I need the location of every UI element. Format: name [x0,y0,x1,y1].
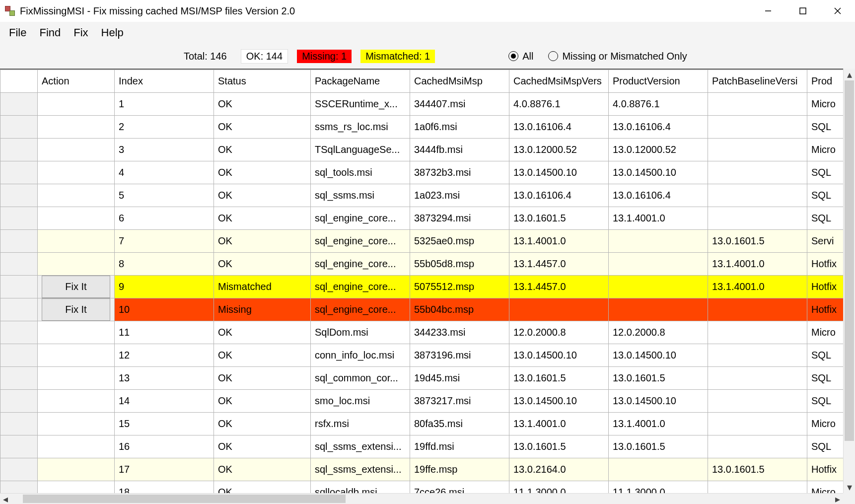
cell-product[interactable]: Hotfix [807,458,845,481]
scroll-down-icon[interactable]: ▾ [844,481,855,493]
menu-fix[interactable]: Fix [73,26,88,39]
cell-product[interactable]: Servi [807,230,845,253]
row-header[interactable] [0,253,38,276]
col-package[interactable]: PackageName [311,70,410,93]
cell-index[interactable]: 13 [115,367,214,390]
cell-index[interactable]: 18 [115,481,214,494]
scroll-track[interactable] [844,80,855,481]
cell-package[interactable]: sql_engine_core... [311,207,410,230]
cell-product[interactable]: SQL [807,367,845,390]
table-row[interactable]: 17OKsql_ssms_extensi...19ffe.msp13.0.216… [0,458,845,481]
cell-product-ver[interactable] [609,458,708,481]
cell-cached-ver[interactable]: 13.0.12000.52 [509,139,609,161]
col-rowheader[interactable] [0,70,38,93]
cell-product[interactable]: Micro [807,139,845,161]
row-header[interactable] [0,321,38,344]
cell-product-ver[interactable]: 13.0.14500.10 [609,390,708,413]
cell-cached-ver[interactable]: 13.0.16106.4 [509,184,609,207]
cell-status[interactable]: OK [214,207,311,230]
cell-index[interactable]: 14 [115,390,214,413]
cell-cached[interactable]: 3873217.msi [410,390,509,413]
cell-status[interactable]: OK [214,253,311,276]
cell-cached[interactable]: 3873196.msi [410,344,509,367]
cell-status[interactable]: OK [214,139,311,161]
cell-package[interactable]: sql_ssms.msi [311,184,410,207]
cell-patch-base[interactable]: 13.1.4001.0 [708,276,807,298]
cell-package[interactable]: sql_engine_core... [311,253,410,276]
table-row[interactable]: Fix It10Missingsql_engine_core...55b04bc… [0,298,845,321]
cell-status[interactable]: OK [214,184,311,207]
cell-cached[interactable]: 344407.msi [410,93,509,116]
table-row[interactable]: 6OKsql_engine_core...3873294.msi13.0.160… [0,207,845,230]
table-row[interactable]: 11OKSqlDom.msi344233.msi12.0.2000.812.0.… [0,321,845,344]
cell-package[interactable]: sql_engine_core... [311,298,410,321]
cell-cached-ver[interactable]: 13.0.2164.0 [509,458,609,481]
table-row[interactable]: 18OKsqllocaldb.msi7cce26.msi11.1.3000.01… [0,481,845,494]
cell-status[interactable]: OK [214,413,311,435]
cell-product-ver[interactable]: 4.0.8876.1 [609,93,708,116]
cell-patch-base[interactable] [708,435,807,458]
vertical-scrollbar[interactable]: ▴ ▾ [843,69,855,493]
cell-patch-base[interactable] [708,93,807,116]
cell-status[interactable]: OK [214,93,311,116]
cell-status[interactable]: OK [214,230,311,253]
cell-status[interactable]: OK [214,481,311,494]
row-header[interactable] [0,413,38,435]
table-row[interactable]: 5OKsql_ssms.msi1a023.msi13.0.16106.413.0… [0,184,845,207]
cell-product[interactable]: SQL [807,116,845,139]
cell-cached[interactable]: 1a0f6.msi [410,116,509,139]
cell-status[interactable]: OK [214,344,311,367]
cell-patch-base[interactable] [708,116,807,139]
cell-cached[interactable]: 55b05d8.msp [410,253,509,276]
cell-patch-base[interactable] [708,161,807,184]
cell-product[interactable]: SQL [807,435,845,458]
cell-product[interactable]: Micro [807,481,845,494]
table-row[interactable]: 7OKsql_engine_core...5325ae0.msp13.1.400… [0,230,845,253]
cell-status[interactable]: Missing [214,298,311,321]
cell-package[interactable]: rsfx.msi [311,413,410,435]
cell-patch-base[interactable] [708,207,807,230]
menu-help[interactable]: Help [101,26,124,39]
cell-status[interactable]: OK [214,458,311,481]
cell-index[interactable]: 5 [115,184,214,207]
cell-status[interactable]: OK [214,435,311,458]
table-row[interactable]: 2OKssms_rs_loc.msi1a0f6.msi13.0.16106.41… [0,116,845,139]
cell-package[interactable]: SSCERuntime_x... [311,93,410,116]
cell-patch-base[interactable] [708,413,807,435]
cell-product-ver[interactable]: 13.0.1601.5 [609,435,708,458]
cell-patch-base[interactable]: 13.1.4001.0 [708,253,807,276]
cell-index[interactable]: 1 [115,93,214,116]
cell-package[interactable]: sql_engine_core... [311,230,410,253]
cell-product-ver[interactable]: 13.0.16106.4 [609,184,708,207]
cell-product[interactable]: SQL [807,390,845,413]
cell-index[interactable]: 4 [115,161,214,184]
scroll-left-icon[interactable]: ◂ [0,494,11,504]
scroll-up-icon[interactable]: ▴ [844,69,855,80]
cell-product-ver[interactable]: 13.0.14500.10 [609,344,708,367]
filter-all-radio[interactable]: All [508,51,533,62]
cell-cached[interactable]: 19d45.msi [410,367,509,390]
cell-status[interactable]: OK [214,116,311,139]
close-button[interactable] [820,0,855,22]
cell-product[interactable]: Hotfix [807,298,845,321]
cell-package[interactable]: conn_info_loc.msi [311,344,410,367]
cell-patch-base[interactable] [708,390,807,413]
cell-product-ver[interactable] [609,230,708,253]
cell-patch-base[interactable] [708,321,807,344]
menu-file[interactable]: File [9,26,26,39]
fix-it-button[interactable]: Fix It [42,298,110,321]
col-index[interactable]: Index [115,70,214,93]
cell-cached[interactable]: 80fa35.msi [410,413,509,435]
cell-product[interactable]: SQL [807,344,845,367]
cell-cached-ver[interactable]: 4.0.8876.1 [509,93,609,116]
row-header[interactable] [0,298,38,321]
cell-cached-ver[interactable]: 13.0.14500.10 [509,344,609,367]
col-action[interactable]: Action [38,70,115,93]
cell-cached-ver[interactable]: 13.0.14500.10 [509,390,609,413]
cell-package[interactable]: sqllocaldb.msi [311,481,410,494]
scroll-right-icon[interactable]: ▸ [832,494,843,504]
table-row[interactable]: 13OKsql_common_cor...19d45.msi13.0.1601.… [0,367,845,390]
cell-product-ver[interactable]: 13.1.4001.0 [609,413,708,435]
cell-product[interactable]: SQL [807,207,845,230]
cell-cached[interactable]: 55b04bc.msp [410,298,509,321]
